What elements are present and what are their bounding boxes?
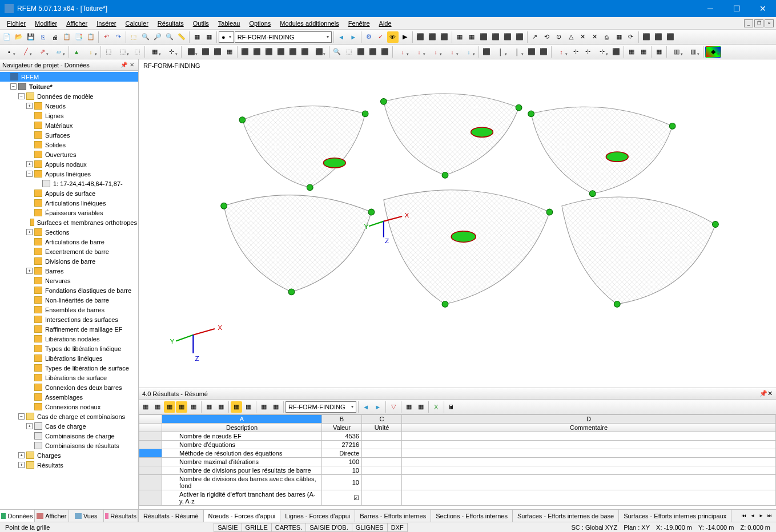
close-panel-icon[interactable]: ✕ bbox=[128, 61, 136, 69]
results-grid[interactable]: A B C D Description Valeur Unité Comment… bbox=[139, 414, 776, 509]
last-tool[interactable]: ◆ bbox=[705, 46, 721, 58]
menu-fichier[interactable]: Fichier bbox=[2, 19, 30, 28]
rt-c[interactable]: ▦ bbox=[164, 401, 175, 413]
tree-item[interactable]: Libérations linéiques bbox=[0, 353, 138, 363]
res-c[interactable]: │ bbox=[509, 46, 525, 58]
menu-fenetre[interactable]: Fenêtre bbox=[344, 19, 375, 28]
filt-a[interactable]: ▦ bbox=[626, 46, 637, 58]
table-icon[interactable]: ▦ bbox=[191, 31, 203, 43]
rt-i[interactable]: ▦ bbox=[270, 401, 282, 413]
tree-model-data[interactable]: −Données de modèle bbox=[0, 91, 138, 101]
tree-item[interactable]: Appuis de surface bbox=[0, 188, 138, 198]
tree-item[interactable]: Raffinement de maillage EF bbox=[0, 324, 138, 334]
filt-b[interactable]: ▦ bbox=[638, 46, 649, 58]
tree-item[interactable]: Lignes bbox=[0, 111, 138, 120]
surface-tool[interactable]: ▱ bbox=[51, 46, 67, 58]
tab-prev-icon[interactable]: ◄ bbox=[749, 512, 757, 520]
nav-tab-donnees[interactable]: Données bbox=[0, 510, 35, 522]
status-toggle-cartes[interactable]: CARTES. bbox=[271, 523, 306, 532]
tree-item[interactable]: Surfaces bbox=[0, 130, 138, 140]
tree-item[interactable]: Ouvertures bbox=[0, 150, 138, 159]
rt-f[interactable]: ▦ bbox=[231, 401, 242, 413]
zoom-window-icon[interactable]: 🔎 bbox=[152, 31, 163, 43]
tool-l[interactable]: ⊙ bbox=[553, 31, 565, 43]
leg-a[interactable]: ▥ bbox=[669, 46, 685, 58]
mdi-close[interactable]: × bbox=[765, 19, 774, 27]
render-b[interactable]: ⬚ bbox=[343, 46, 355, 58]
tree-lc-item[interactable]: Combinaisons de résultats bbox=[0, 441, 138, 450]
menu-aide[interactable]: Aide bbox=[375, 19, 396, 28]
sel-a[interactable]: ⬚ bbox=[103, 46, 114, 58]
leg-b[interactable]: ▥ bbox=[685, 46, 701, 58]
tool-m[interactable]: △ bbox=[565, 31, 577, 43]
tree-results[interactable]: +Résultats bbox=[0, 460, 138, 470]
disp-g[interactable]: ⬛ bbox=[311, 46, 327, 58]
load-tool[interactable]: ↓ bbox=[83, 46, 99, 58]
tree-item[interactable]: Nervures bbox=[0, 276, 138, 285]
tree-item[interactable]: Solides bbox=[0, 140, 138, 150]
tree-item[interactable]: +Barres bbox=[0, 266, 138, 276]
tree-item[interactable]: Connexions nodaux bbox=[0, 402, 138, 412]
tree-item[interactable]: Libérations nodales bbox=[0, 334, 138, 344]
tool-o[interactable]: ✕ bbox=[589, 31, 601, 43]
tool-i[interactable]: ⬛ bbox=[514, 31, 525, 43]
pin-icon[interactable]: 📌 bbox=[120, 61, 128, 69]
tool-h[interactable]: ⬛ bbox=[502, 31, 513, 43]
tree-model[interactable]: −Toiture* bbox=[0, 82, 138, 91]
results-loadcase-combo[interactable]: RF-FORM-FINDING bbox=[286, 401, 356, 413]
results-icon[interactable]: 👁 bbox=[387, 31, 399, 43]
paste-icon[interactable]: 📋 bbox=[85, 31, 97, 43]
menu-modifier[interactable]: Modifier bbox=[30, 19, 62, 28]
table-row[interactable]: Nombre maximal d'itérations100 bbox=[139, 458, 776, 466]
disp-c[interactable]: ⬛ bbox=[263, 46, 275, 58]
tool-g[interactable]: ⬛ bbox=[490, 31, 501, 43]
tool-p[interactable]: ⎙ bbox=[601, 31, 613, 43]
sel-c[interactable]: ⬚ bbox=[131, 46, 143, 58]
tool-k[interactable]: ⟲ bbox=[541, 31, 553, 43]
tree-item[interactable]: Intersections des surfaces bbox=[0, 315, 138, 324]
num-a[interactable]: ↓ bbox=[395, 46, 411, 58]
tree-item[interactable]: Ensembles de barres bbox=[0, 305, 138, 315]
tree-item[interactable]: Excentrement de barre bbox=[0, 247, 138, 256]
rt-k[interactable]: ▦ bbox=[415, 401, 427, 413]
tree-item[interactable]: −Appuis linéiques bbox=[0, 169, 138, 179]
menu-options[interactable]: Options bbox=[244, 19, 275, 28]
tree-item[interactable]: +Appuis nodaux bbox=[0, 159, 138, 169]
results-tab-surfaces-base[interactable]: Surfaces - Efforts internes de base bbox=[513, 510, 619, 522]
view-c[interactable]: ⬛ bbox=[212, 46, 223, 58]
status-toggle-grille[interactable]: GRILLE bbox=[242, 523, 272, 532]
status-toggle-dxf[interactable]: DXF bbox=[387, 523, 408, 532]
tool-u[interactable]: ⬛ bbox=[665, 31, 676, 43]
tool-c[interactable]: ⬛ bbox=[439, 31, 450, 43]
preview-icon[interactable]: 📋 bbox=[61, 31, 73, 43]
tree-item[interactable]: Surfaces et membranes orthotropes bbox=[0, 217, 138, 227]
find-icon[interactable]: 🔍 bbox=[164, 31, 175, 43]
table-row[interactable]: Méthode de résolution des équationsDirec… bbox=[139, 449, 776, 458]
3d-viewport[interactable]: RF-FORM-FINDING bbox=[139, 59, 776, 388]
table-row[interactable]: Activer la rigidité d'effort tranchant d… bbox=[139, 490, 776, 506]
tool-j[interactable]: ↗ bbox=[529, 31, 541, 43]
menu-modules[interactable]: Modules additionnels bbox=[275, 19, 343, 28]
tool-n[interactable]: ✕ bbox=[577, 31, 589, 43]
disp-a[interactable]: ⬛ bbox=[239, 46, 251, 58]
menu-afficher[interactable]: Afficher bbox=[62, 19, 92, 28]
tab-next-icon[interactable]: ► bbox=[757, 512, 765, 520]
tree-item[interactable]: Divisions de barre bbox=[0, 256, 138, 266]
copy-icon[interactable]: 📑 bbox=[73, 31, 85, 43]
tab-first-icon[interactable]: ⏮ bbox=[740, 512, 748, 520]
menu-outils[interactable]: Outils bbox=[188, 19, 214, 28]
tab-last-icon[interactable]: ⏭ bbox=[766, 512, 774, 520]
status-toggle-saisie-ob[interactable]: SAISIE D'OB. bbox=[305, 523, 352, 532]
view-b[interactable]: ⬛ bbox=[200, 46, 211, 58]
col-a[interactable]: ▦ bbox=[653, 46, 665, 58]
res-d[interactable]: ⬛ bbox=[526, 46, 537, 58]
measure-icon[interactable]: 📏 bbox=[176, 31, 187, 43]
num-e[interactable]: ↓ bbox=[461, 46, 477, 58]
mdi-minimize[interactable]: _ bbox=[744, 19, 753, 27]
menu-calculer[interactable]: Calculer bbox=[120, 19, 152, 28]
rt-j[interactable]: ▦ bbox=[403, 401, 415, 413]
tool-f[interactable]: ⬛ bbox=[478, 31, 489, 43]
tree-item[interactable]: +Sections bbox=[0, 227, 138, 237]
disp-f[interactable]: ⬛ bbox=[299, 46, 311, 58]
tree-item[interactable]: Fondations élastiques de barre bbox=[0, 285, 138, 295]
